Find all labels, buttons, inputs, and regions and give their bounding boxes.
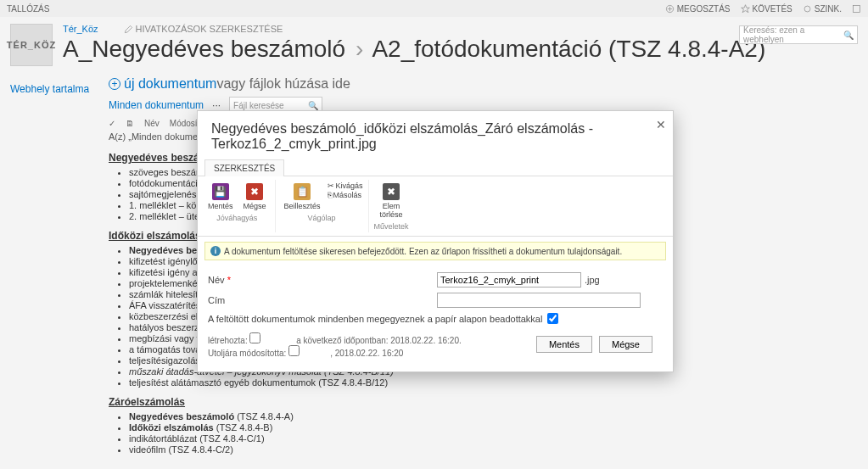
dialog-close-button[interactable]: ✕ <box>656 118 666 131</box>
ribbon-group-commit: Jóváhagyás <box>204 214 270 222</box>
dialog-ribbon: 💾Mentés ✖Mégse Jóváhagyás 📋Beillesztés ✂… <box>198 176 673 237</box>
meta-created-checkbox[interactable] <box>249 332 260 343</box>
field-match-checkbox[interactable] <box>547 313 558 324</box>
upload-success-message: i A dokumentum feltöltése sikeresen befe… <box>204 242 666 260</box>
paste-icon: 📋 <box>294 183 311 200</box>
ribbon-group-actions: Műveletek <box>374 222 409 231</box>
save-icon: 💾 <box>212 183 229 200</box>
field-title-label: Cím <box>208 295 437 305</box>
meta-created-label: létrehozta: <box>208 336 248 345</box>
dialog-save-button[interactable]: Mentés <box>536 336 592 353</box>
edit-properties-dialog: ✕ Negyedéves beszámoló_időközi elszámolá… <box>197 110 674 372</box>
dialog-cancel-button[interactable]: Mégse <box>599 336 652 353</box>
ribbon-copy-button[interactable]: ⎘Másolás <box>328 191 362 199</box>
ribbon-paste-button[interactable]: 📋Beillesztés <box>281 181 324 212</box>
field-name-input[interactable] <box>437 272 581 288</box>
field-match-label: A feltöltött dokumentumok mindenben mege… <box>208 314 542 324</box>
ribbon-save-button[interactable]: 💾Mentés <box>204 181 237 212</box>
meta-modified-label: Utoljára módosította: <box>208 349 286 358</box>
field-name-label: Név * <box>208 275 437 285</box>
copy-icon: ⎘ <box>328 191 332 199</box>
meta-modified-checkbox[interactable] <box>288 345 300 356</box>
field-title-input[interactable] <box>437 293 641 308</box>
dialog-title: Negyedéves beszámoló_időközi elszámolás_… <box>198 111 673 159</box>
ribbon-group-clipboard: Vágólap <box>281 214 363 222</box>
ribbon-delete-button[interactable]: ✖Elemtörlése <box>377 181 406 221</box>
scissors-icon: ✂ <box>328 181 334 190</box>
ribbon-cancel-button[interactable]: ✖Mégse <box>240 181 270 212</box>
meta-modified-value: , 2018.02.22. 16:20 <box>330 349 403 358</box>
delete-icon: ✖ <box>383 183 400 200</box>
cancel-icon: ✖ <box>246 183 263 200</box>
tab-edit[interactable]: SZERKESZTÉS <box>204 159 284 176</box>
field-name-ext: .jpg <box>585 275 600 285</box>
ribbon-cut-button[interactable]: ✂Kivágás <box>328 181 363 190</box>
info-icon: i <box>210 246 221 256</box>
meta-created-value: a következő időpontban: 2018.02.22. 16:2… <box>296 336 462 345</box>
